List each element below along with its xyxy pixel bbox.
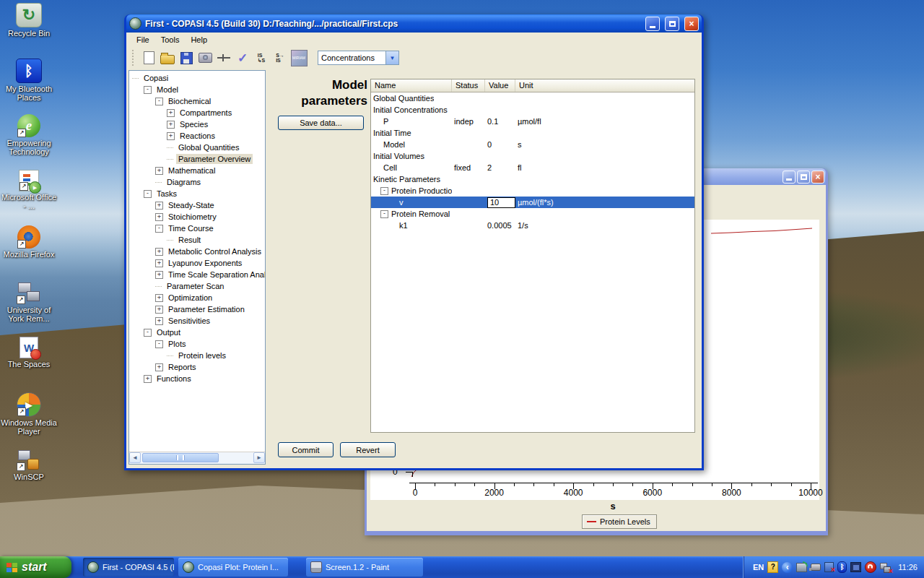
usb-device-icon[interactable] bbox=[811, 564, 821, 571]
frame-mode-select[interactable]: Concentrations ▼ bbox=[318, 51, 399, 65]
minimize-button[interactable] bbox=[645, 17, 660, 31]
tree-item-global-quantities[interactable]: Global Quantities bbox=[129, 142, 265, 153]
miriam-icon[interactable]: MIRIAM bbox=[290, 49, 308, 66]
table-row-v[interactable]: v10µmol/(fl*s) bbox=[371, 197, 694, 208]
menu-file[interactable]: File bbox=[131, 34, 155, 46]
wireless-network-icon[interactable] bbox=[796, 563, 807, 572]
collapse-icon[interactable]: - bbox=[144, 329, 152, 337]
display-settings-icon[interactable] bbox=[850, 562, 861, 572]
s-to-is-icon[interactable]: S→ IS bbox=[271, 49, 289, 66]
tree-item-stoichiometry[interactable]: +Stoichiometry bbox=[129, 211, 265, 223]
column-header-name[interactable]: Name bbox=[371, 79, 452, 92]
collapse-icon[interactable]: - bbox=[155, 225, 163, 233]
commit-button[interactable]: Commit bbox=[278, 442, 334, 457]
scrollbar-thumb[interactable] bbox=[142, 453, 219, 462]
tree-item-compartments[interactable]: +Compartments bbox=[129, 107, 265, 118]
antivirus-icon[interactable] bbox=[865, 561, 876, 573]
expand-icon[interactable]: + bbox=[144, 375, 152, 383]
slider-icon[interactable] bbox=[215, 49, 232, 66]
column-header-status[interactable]: Status bbox=[452, 79, 485, 92]
tree-item-steady-state[interactable]: +Steady-State bbox=[129, 199, 265, 211]
expand-icon[interactable]: + bbox=[155, 271, 163, 279]
taskbar-task-screen-1-2-paint[interactable]: Screen.1.2 - Paint bbox=[306, 558, 423, 577]
tree-item-time-scale-separation-analysis[interactable]: +Time Scale Separation Analysis bbox=[129, 269, 265, 280]
start-button[interactable]: start bbox=[0, 556, 71, 578]
menu-help[interactable]: Help bbox=[185, 34, 213, 46]
tree-item-sensitivities[interactable]: +Sensitivities bbox=[129, 315, 265, 327]
tree-item-optimization[interactable]: +Optimization bbox=[129, 292, 265, 303]
collapse-icon[interactable]: - bbox=[380, 210, 388, 218]
maximize-button[interactable] bbox=[665, 17, 679, 31]
tree-item-diagrams[interactable]: Diagrams bbox=[129, 176, 265, 188]
chevron-down-icon[interactable]: ▼ bbox=[385, 51, 398, 64]
collapse-icon[interactable]: - bbox=[155, 98, 163, 105]
table-row-model[interactable]: Model0s bbox=[371, 139, 694, 150]
tree-item-parameter-overview[interactable]: Parameter Overview bbox=[129, 153, 265, 165]
table-row-initial-volumes[interactable]: Initial Volumes bbox=[371, 150, 694, 162]
language-indicator[interactable]: EN bbox=[753, 563, 764, 571]
desktop-icon-mozilla-firefox[interactable]: ↗Mozilla Firefox bbox=[0, 225, 58, 281]
expand-icon[interactable]: + bbox=[167, 109, 175, 117]
copasi-main-window[interactable]: First - COPASI 4.5 (Build 30) D:/Teachin… bbox=[124, 14, 704, 470]
new-file-icon[interactable] bbox=[140, 49, 157, 66]
collapse-icon[interactable]: - bbox=[144, 86, 152, 94]
menu-tools[interactable]: Tools bbox=[155, 34, 186, 46]
taskbar-task-copasi-plot-protein-l[interactable]: Copasi Plot: Protein l... bbox=[178, 558, 288, 577]
table-row-initial-concentrations[interactable]: Initial Concentrations bbox=[371, 104, 694, 116]
check-icon[interactable]: ✓ bbox=[234, 49, 251, 66]
desktop-icon-the-spaces[interactable]: The Spaces bbox=[0, 337, 58, 392]
scroll-right-arrow-icon[interactable]: ► bbox=[253, 452, 265, 463]
desktop-icon-my-bluetooth-places[interactable]: My Bluetooth Places bbox=[0, 59, 58, 114]
expand-icon[interactable]: + bbox=[155, 363, 163, 371]
is-to-s-icon[interactable]: IS ↳S bbox=[253, 49, 270, 66]
revert-button[interactable]: Revert bbox=[340, 442, 396, 457]
desktop-icon-recycle-bin[interactable]: Recycle Bin bbox=[0, 3, 58, 59]
tree-item-protein-levels[interactable]: Protein levels bbox=[129, 350, 265, 361]
table-row-p[interactable]: Pindep0.1µmol/fl bbox=[371, 116, 694, 127]
minimize-button[interactable] bbox=[783, 171, 796, 184]
tree-item-lyapunov-exponents[interactable]: +Lyapunov Exponents bbox=[129, 257, 265, 269]
table-row-cell[interactable]: Cellfixed2fl bbox=[371, 162, 694, 173]
network-offline-icon[interactable]: × bbox=[880, 562, 891, 573]
table-row-kinetic-parameters[interactable]: Kinetic Parameters bbox=[371, 173, 694, 185]
taskbar-task-first-copasi-4-5-b[interactable]: First - COPASI 4.5 (B... bbox=[83, 558, 174, 577]
scroll-left-arrow-icon[interactable]: ◄ bbox=[129, 452, 141, 463]
maximize-button[interactable] bbox=[797, 171, 810, 184]
tree-item-parameter-estimation[interactable]: +Parameter Estimation bbox=[129, 303, 265, 315]
bluetooth-tray-icon[interactable]: ᛒ bbox=[837, 561, 847, 573]
save-data-button[interactable]: Save data... bbox=[278, 116, 364, 130]
table-row-global-quantities[interactable]: Global Quantities bbox=[371, 92, 694, 104]
tree-item-time-course[interactable]: -Time Course bbox=[129, 223, 265, 234]
table-row-protein-removal[interactable]: -Protein Removal bbox=[371, 208, 694, 220]
expand-icon[interactable]: + bbox=[167, 121, 175, 129]
value-edit-field[interactable]: 10 bbox=[487, 197, 515, 208]
tree-item-output[interactable]: -Output bbox=[129, 327, 265, 338]
tree-horizontal-scrollbar[interactable]: ◄ ► bbox=[129, 452, 265, 464]
tree-item-reports[interactable]: +Reports bbox=[129, 361, 265, 373]
tree-item-plots[interactable]: -Plots bbox=[129, 338, 265, 350]
tree-item-model[interactable]: -Model bbox=[129, 84, 265, 95]
clock[interactable]: 11:26 bbox=[898, 563, 918, 571]
tree-item-parameter-scan[interactable]: Parameter Scan bbox=[129, 280, 265, 292]
save-icon[interactable] bbox=[178, 49, 195, 66]
expand-icon[interactable]: + bbox=[155, 317, 163, 325]
collapse-icon[interactable]: - bbox=[155, 340, 163, 348]
tree-item-biochemical[interactable]: -Biochemical bbox=[129, 95, 265, 107]
desktop-icon-university-of-york-rem[interactable]: ↗University of York Rem... bbox=[0, 281, 58, 337]
column-header-value[interactable]: Value bbox=[485, 79, 515, 92]
expand-icon[interactable]: + bbox=[155, 306, 163, 314]
tree-item-species[interactable]: +Species bbox=[129, 118, 265, 130]
close-button[interactable]: × bbox=[684, 17, 699, 31]
main-window-titlebar[interactable]: First - COPASI 4.5 (Build 30) D:/Teachin… bbox=[126, 14, 702, 33]
expand-icon[interactable]: + bbox=[155, 167, 163, 175]
tree-item-functions[interactable]: +Functions bbox=[129, 373, 265, 384]
tree-item-tasks[interactable]: -Tasks bbox=[129, 188, 265, 199]
expand-icon[interactable]: + bbox=[155, 294, 163, 302]
expand-icon[interactable]: + bbox=[155, 213, 163, 221]
capture-icon[interactable] bbox=[196, 49, 214, 66]
desktop-icon-empowering-technology[interactable]: ↗Empowering Technology bbox=[0, 114, 58, 170]
table-row-initial-time[interactable]: Initial Time bbox=[371, 127, 694, 139]
tree-item-reactions[interactable]: +Reactions bbox=[129, 130, 265, 142]
scrollbar-track[interactable] bbox=[141, 452, 253, 464]
close-button[interactable]: × bbox=[811, 171, 824, 184]
